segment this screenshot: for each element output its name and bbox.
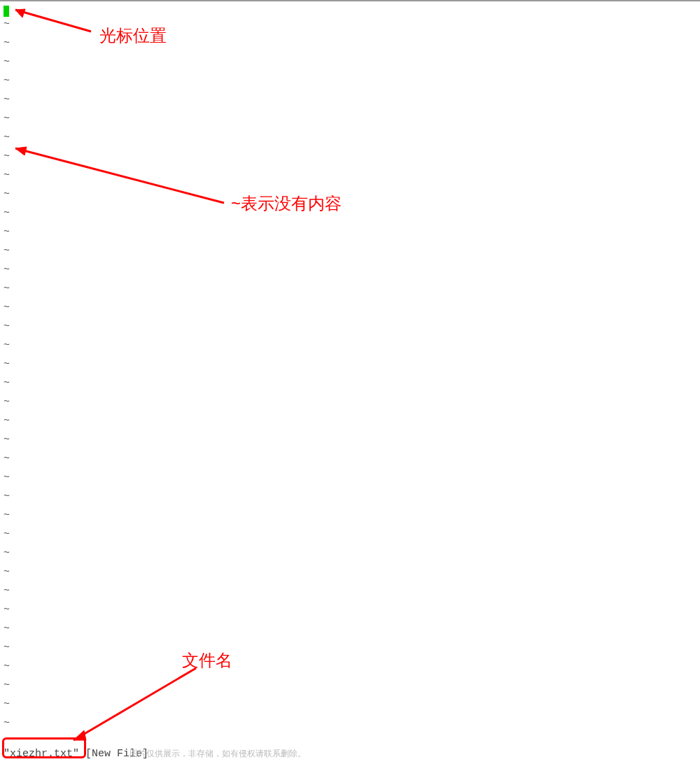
tilde-line: ~ (4, 246, 10, 264)
tilde-line: ~ (4, 264, 10, 283)
tilde-line: ~ (4, 283, 10, 302)
tilde-line: ~ (4, 38, 10, 57)
tilde-line: ~ (4, 208, 10, 227)
vim-editor-area[interactable]: ~~~~~~~~~~~~~~~~~~~~~~~~~~~~~~~~~~~~~~ x… (0, 1, 700, 764)
tilde-line: ~ (4, 76, 10, 94)
tilde-line: ~ (4, 510, 10, 529)
tilde-line: ~ (4, 132, 10, 151)
tilde-line: ~ (4, 680, 10, 699)
tilde-line: ~ (4, 57, 10, 76)
tilde-line: ~ (4, 491, 10, 510)
tilde-line: ~ (4, 321, 10, 340)
tilde-line: ~ (4, 567, 10, 586)
tilde-line: ~ (4, 586, 10, 604)
tilde-line: ~ (4, 718, 10, 737)
tilde-line: ~ (4, 699, 10, 718)
text-cursor (4, 6, 9, 17)
tilde-line: ~ (4, 359, 10, 378)
tilde-line: ~ (4, 472, 10, 491)
tilde-line: ~ (4, 151, 10, 170)
tilde-line: ~ (4, 416, 10, 434)
tilde-line: ~ (4, 397, 10, 416)
empty-line-markers: ~~~~~~~~~~~~~~~~~~~~~~~~~~~~~~~~~~~~~~ (4, 19, 10, 737)
tilde-line: ~ (4, 302, 10, 321)
tilde-line: ~ (4, 434, 10, 453)
tilde-line: ~ (4, 642, 10, 661)
tilde-line: ~ (4, 113, 10, 132)
tilde-line: ~ (4, 453, 10, 472)
annotation-box-filename (2, 737, 86, 758)
tilde-line: ~ (4, 170, 10, 189)
tilde-line: ~ (4, 623, 10, 642)
tilde-line: ~ (4, 19, 10, 38)
tilde-line: ~ (4, 661, 10, 680)
tilde-line: ~ (4, 378, 10, 397)
tilde-line: ~ (4, 548, 10, 567)
tilde-line: ~ (4, 94, 10, 113)
tilde-line: ~ (4, 227, 10, 246)
tilde-line: ~ (4, 340, 10, 359)
tilde-line: ~ (4, 529, 10, 548)
status-flag: [New File] (85, 748, 148, 760)
tilde-line: ~ (4, 189, 10, 208)
tilde-line: ~ (4, 604, 10, 623)
